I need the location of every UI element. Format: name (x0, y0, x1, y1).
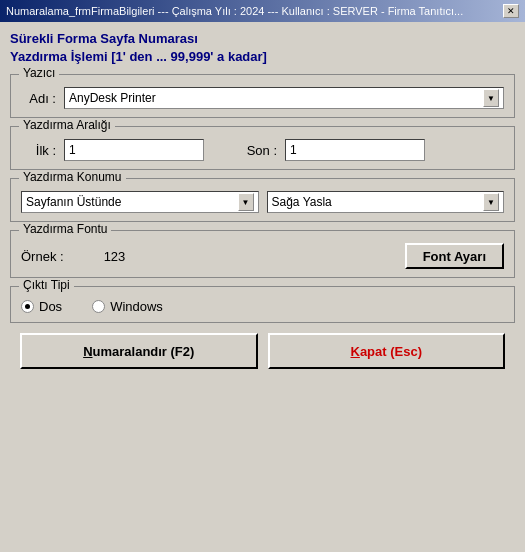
dos-label: Dos (39, 299, 62, 314)
title-bar: Numaralama_frmFirmaBilgileri --- Çalışma… (0, 0, 525, 22)
dos-radio-button[interactable] (21, 300, 34, 313)
ilk-input[interactable] (64, 139, 204, 161)
yazici-group: Yazıcı Adı : AnyDesk Printer ▼ (10, 74, 515, 118)
cikti-group: Çıktı Tipi Dos Windows (10, 286, 515, 323)
konum-row: Sayfanın Üstünde ▼ Sağa Yasla ▼ (21, 191, 504, 213)
title-bar-buttons: ✕ (503, 4, 519, 18)
yazici-row: Adı : AnyDesk Printer ▼ (21, 87, 504, 109)
printer-combo-arrow[interactable]: ▼ (483, 89, 499, 107)
ornek-value: 123 (104, 249, 126, 264)
aralik-row: İlk : Son : (21, 139, 504, 161)
font-ayari-button[interactable]: Font Ayarı (405, 243, 504, 269)
cikti-row: Dos Windows (21, 299, 504, 314)
align-combo[interactable]: Sağa Yasla ▼ (267, 191, 505, 213)
page-title: Sürekli Forma Sayfa Numarası Yazdırma İş… (10, 30, 515, 66)
adi-label: Adı : (21, 91, 56, 106)
kapat-label: Kapat (Esc) (350, 344, 422, 359)
numaralandir-label: Numaralandır (F2) (83, 344, 194, 359)
font-row: Örnek : 123 Font Ayarı (21, 243, 504, 269)
numaralandir-button[interactable]: Numaralandır (F2) (20, 333, 258, 369)
son-input[interactable] (285, 139, 425, 161)
position-combo[interactable]: Sayfanın Üstünde ▼ (21, 191, 259, 213)
windows-radio-item[interactable]: Windows (92, 299, 163, 314)
bottom-buttons: Numaralandır (F2) Kapat (Esc) (10, 333, 515, 369)
konum-legend: Yazdırma Konumu (19, 170, 126, 184)
position-value: Sayfanın Üstünde (26, 195, 238, 209)
cikti-legend: Çıktı Tipi (19, 278, 74, 292)
position-combo-arrow[interactable]: ▼ (238, 193, 254, 211)
font-legend: Yazdırma Fontu (19, 222, 111, 236)
aralik-legend: Yazdırma Aralığı (19, 118, 115, 132)
page-title-line1: Sürekli Forma Sayfa Numarası (10, 30, 515, 48)
kapat-button[interactable]: Kapat (Esc) (268, 333, 506, 369)
son-group: Son : (242, 139, 425, 161)
align-combo-arrow[interactable]: ▼ (483, 193, 499, 211)
ornek-label: Örnek : (21, 249, 64, 264)
dos-radio-dot (25, 304, 30, 309)
printer-combo[interactable]: AnyDesk Printer ▼ (64, 87, 504, 109)
son-label: Son : (242, 143, 277, 158)
windows-radio-button[interactable] (92, 300, 105, 313)
font-group: Yazdırma Fontu Örnek : 123 Font Ayarı (10, 230, 515, 278)
close-button[interactable]: ✕ (503, 4, 519, 18)
title-bar-text: Numaralama_frmFirmaBilgileri --- Çalışma… (6, 5, 463, 17)
ilk-label: İlk : (21, 143, 56, 158)
page-title-line2: Yazdırma İşlemi [1' den ... 99,999' a ka… (10, 48, 515, 66)
printer-value: AnyDesk Printer (69, 91, 483, 105)
main-content: Sürekli Forma Sayfa Numarası Yazdırma İş… (0, 22, 525, 377)
windows-label: Windows (110, 299, 163, 314)
konum-group: Yazdırma Konumu Sayfanın Üstünde ▼ Sağa … (10, 178, 515, 222)
dos-radio-item[interactable]: Dos (21, 299, 62, 314)
align-value: Sağa Yasla (272, 195, 484, 209)
yazici-legend: Yazıcı (19, 66, 59, 80)
aralik-group: Yazdırma Aralığı İlk : Son : (10, 126, 515, 170)
